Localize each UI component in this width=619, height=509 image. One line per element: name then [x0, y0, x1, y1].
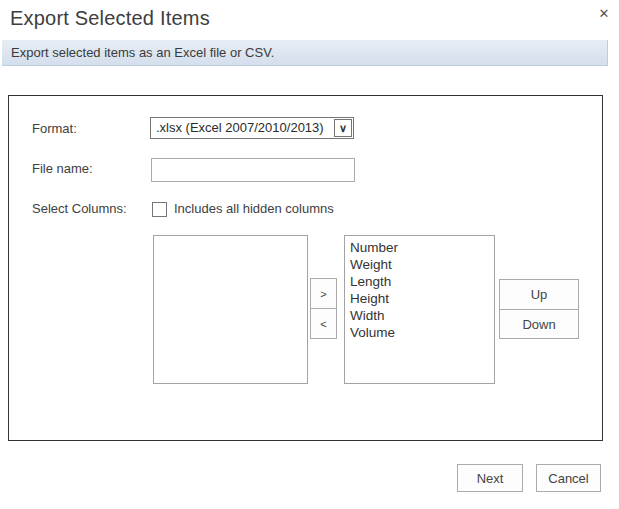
hidden-columns-checkbox-label: Includes all hidden columns: [174, 201, 334, 216]
list-item[interactable]: Height: [345, 290, 494, 307]
format-select[interactable]: .xlsx (Excel 2007/2010/2013) ∨: [150, 117, 354, 139]
down-button[interactable]: Down: [499, 309, 579, 339]
file-name-input[interactable]: [151, 158, 355, 182]
cancel-button[interactable]: Cancel: [536, 464, 601, 492]
list-item[interactable]: Number: [345, 239, 494, 256]
info-bar-text: Export selected items as an Excel file o…: [11, 45, 274, 60]
available-columns-listbox[interactable]: [153, 235, 308, 384]
list-item[interactable]: Weight: [345, 256, 494, 273]
selected-columns-listbox[interactable]: NumberWeightLengthHeightWidthVolume: [344, 235, 495, 384]
info-bar: Export selected items as an Excel file o…: [2, 40, 608, 66]
list-item[interactable]: Length: [345, 273, 494, 290]
format-label: Format:: [32, 121, 77, 136]
file-name-label: File name:: [32, 161, 93, 176]
list-item[interactable]: Width: [345, 307, 494, 324]
hidden-columns-checkbox[interactable]: [152, 202, 167, 217]
up-button[interactable]: Up: [499, 279, 579, 310]
format-selected-value: .xlsx (Excel 2007/2010/2013): [156, 118, 324, 138]
chevron-down-icon[interactable]: ∨: [334, 119, 352, 137]
list-item[interactable]: Volume: [345, 324, 494, 341]
close-icon[interactable]: ✕: [596, 5, 612, 21]
select-columns-label: Select Columns:: [32, 201, 127, 216]
export-dialog: Export Selected Items ✕ Export selected …: [0, 0, 619, 509]
next-button[interactable]: Next: [457, 464, 523, 492]
dialog-title: Export Selected Items: [10, 7, 210, 30]
move-right-button[interactable]: >: [310, 278, 337, 309]
move-left-button[interactable]: <: [310, 308, 337, 339]
